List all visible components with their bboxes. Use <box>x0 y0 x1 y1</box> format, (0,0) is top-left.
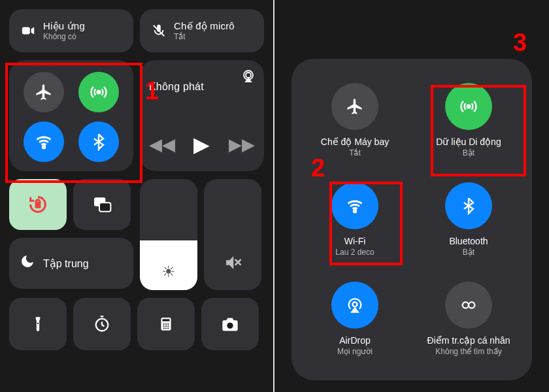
orientation-lock[interactable] <box>9 179 67 230</box>
airdrop-item[interactable]: AirDrop Mọi người <box>305 276 405 362</box>
calculator-button[interactable] <box>137 298 195 350</box>
annotation-2: 2 <box>311 154 325 182</box>
hotspot-label: Điểm tr.cập cá nhân <box>427 335 510 346</box>
airdrop-label: AirDrop <box>339 335 370 346</box>
mic-mute-icon <box>149 21 169 41</box>
wifi-icon <box>331 182 378 229</box>
hotspot-sub: Không thể tìm thấy <box>435 347 501 356</box>
svg-point-26 <box>354 210 356 212</box>
effects-label: Hiệu ứng <box>43 20 85 32</box>
bluetooth-label: Bluetooth <box>449 236 488 246</box>
svg-point-29 <box>469 302 474 308</box>
svg-point-23 <box>167 327 169 329</box>
connectivity-expanded: Chế độ Máy bay Tắt Dữ liệu Di động Bật W… <box>291 59 532 380</box>
focus-tile[interactable]: Tập trung <box>9 238 133 289</box>
svg-point-18 <box>163 325 165 327</box>
brightness-slider[interactable]: ☀ <box>140 179 197 290</box>
prev-button[interactable]: ◀◀ <box>149 135 175 155</box>
airplay-icon[interactable] <box>241 68 256 86</box>
effects-tile[interactable]: Hiệu ứng Không có <box>9 9 133 52</box>
screen-mirror[interactable] <box>73 179 131 230</box>
volume-slider[interactable] <box>204 179 261 290</box>
sun-icon: ☀ <box>140 263 197 281</box>
moon-icon <box>20 253 35 273</box>
airdrop-icon <box>331 282 378 329</box>
svg-point-3 <box>42 146 45 148</box>
cellular-item[interactable]: Dữ liệu Di động Bật <box>418 77 519 163</box>
wifi-toggle[interactable] <box>24 122 64 162</box>
svg-rect-14 <box>163 319 170 321</box>
annotation-3: 3 <box>513 29 527 57</box>
mic-mode-tile[interactable]: Chế độ micrô Tắt <box>140 9 264 52</box>
effects-sub: Không có <box>43 32 85 41</box>
airplane-item[interactable]: Chế độ Máy bay Tắt <box>305 77 405 163</box>
airplane-icon <box>331 83 378 130</box>
svg-point-17 <box>167 323 169 325</box>
wifi-item[interactable]: Wi-Fi Lau 2 deco <box>305 176 405 263</box>
airplane-sub: Tắt <box>349 148 361 157</box>
svg-point-28 <box>463 302 469 308</box>
svg-point-19 <box>165 325 167 327</box>
svg-point-22 <box>165 327 167 329</box>
speaker-mute-icon <box>204 253 261 277</box>
flashlight-button[interactable] <box>9 298 67 350</box>
cellular-sub: Bật <box>463 148 474 157</box>
bluetooth-icon <box>445 182 492 229</box>
timer-button[interactable] <box>73 298 131 350</box>
cellular-toggle[interactable] <box>78 72 119 112</box>
camera-button[interactable] <box>201 298 259 350</box>
annotation-1: 1 <box>145 77 159 105</box>
svg-point-11 <box>37 323 39 324</box>
svg-point-21 <box>163 327 165 329</box>
connectivity-tile[interactable] <box>9 60 133 171</box>
cellular-icon <box>445 83 492 130</box>
airplane-toggle[interactable] <box>24 72 64 112</box>
cellular-label: Dữ liệu Di động <box>436 137 501 147</box>
bluetooth-sub: Bật <box>463 248 474 257</box>
svg-point-5 <box>246 73 251 78</box>
mic-sub: Tắt <box>174 32 235 41</box>
hotspot-icon <box>445 282 492 329</box>
svg-point-27 <box>353 302 358 306</box>
svg-point-25 <box>467 105 471 108</box>
mic-label: Chế độ micrô <box>174 20 235 32</box>
airplane-label: Chế độ Máy bay <box>321 137 389 147</box>
svg-rect-8 <box>99 203 110 211</box>
airdrop-sub: Mọi người <box>337 347 373 356</box>
media-title: Không phát <box>149 81 255 93</box>
hotspot-item[interactable]: Điểm tr.cập cá nhân Không thể tìm thấy <box>418 276 519 362</box>
bluetooth-item[interactable]: Bluetooth Bật <box>418 176 519 263</box>
svg-rect-0 <box>22 27 30 35</box>
wifi-sub: Lau 2 deco <box>335 248 374 257</box>
video-icon <box>18 21 38 41</box>
focus-label: Tập trung <box>43 257 89 270</box>
svg-point-16 <box>165 323 167 325</box>
svg-rect-6 <box>36 203 40 207</box>
control-center-expanded: Chế độ Máy bay Tắt Dữ liệu Di động Bật W… <box>274 0 549 392</box>
svg-point-15 <box>163 323 165 325</box>
bluetooth-toggle[interactable] <box>78 122 119 162</box>
svg-point-2 <box>97 91 101 94</box>
wifi-label: Wi-Fi <box>344 236 366 246</box>
svg-point-20 <box>167 325 169 327</box>
play-button[interactable]: ▶ <box>193 132 210 157</box>
control-center-collapsed: Hiệu ứng Không có Chế độ micrô Tắt <box>0 0 273 392</box>
next-button[interactable]: ▶▶ <box>229 135 255 155</box>
svg-point-24 <box>227 323 233 329</box>
